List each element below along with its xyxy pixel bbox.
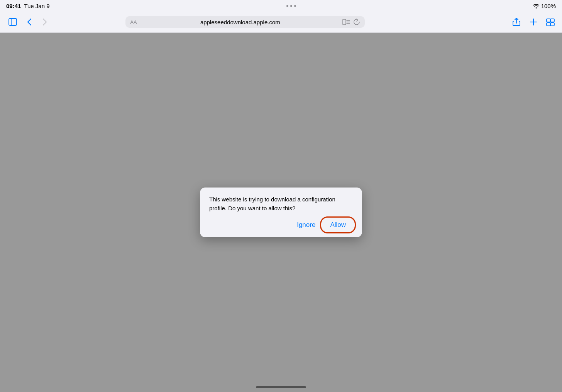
status-dot-1 — [286, 5, 288, 7]
add-tab-button[interactable] — [528, 17, 539, 27]
aa-text[interactable]: AA — [130, 19, 138, 25]
status-time: 09:41 — [6, 3, 21, 9]
alert-message: This website is trying to download a con… — [209, 195, 353, 213]
status-bar-left: 09:41 Tue Jan 9 — [6, 3, 50, 9]
home-indicator — [256, 386, 306, 388]
svg-rect-9 — [550, 23, 554, 26]
ignore-button[interactable]: Ignore — [292, 220, 320, 230]
alert-buttons: Ignore Allow — [209, 219, 353, 231]
svg-rect-7 — [550, 19, 554, 22]
status-bar-center — [286, 5, 296, 7]
address-bar[interactable]: AA appleseeddownload.apple.com — [125, 16, 365, 28]
allow-button-wrapper: Allow — [323, 219, 353, 231]
nav-right-icons — [511, 17, 556, 27]
battery-percent: 100% — [541, 3, 556, 9]
svg-rect-8 — [547, 23, 550, 26]
address-bar-icons — [342, 19, 360, 25]
reader-icon[interactable] — [342, 19, 350, 25]
sidebar-toggle-button[interactable] — [6, 15, 19, 29]
allow-button[interactable]: Allow — [323, 219, 353, 231]
status-dot-2 — [290, 5, 292, 7]
forward-button[interactable] — [39, 17, 50, 27]
svg-rect-6 — [547, 19, 550, 22]
alert-dialog: This website is trying to download a con… — [200, 188, 362, 237]
status-date: Tue Jan 9 — [24, 3, 49, 9]
url-display: appleseeddownload.apple.com — [141, 19, 339, 25]
reload-icon[interactable] — [353, 19, 360, 25]
status-bar-right: 100% — [533, 3, 556, 9]
dialog-overlay: This website is trying to download a con… — [0, 33, 562, 392]
wifi-icon — [533, 3, 540, 8]
svg-rect-0 — [9, 19, 17, 25]
tabs-button[interactable] — [545, 17, 556, 27]
status-bar: 09:41 Tue Jan 9 100% — [0, 0, 562, 12]
share-button[interactable] — [511, 17, 522, 27]
status-dot-3 — [294, 5, 296, 7]
back-button[interactable] — [24, 17, 35, 27]
main-content: This website is trying to download a con… — [0, 33, 562, 392]
nav-bar: AA appleseeddownload.apple.com — [0, 12, 562, 33]
svg-rect-2 — [343, 19, 346, 25]
